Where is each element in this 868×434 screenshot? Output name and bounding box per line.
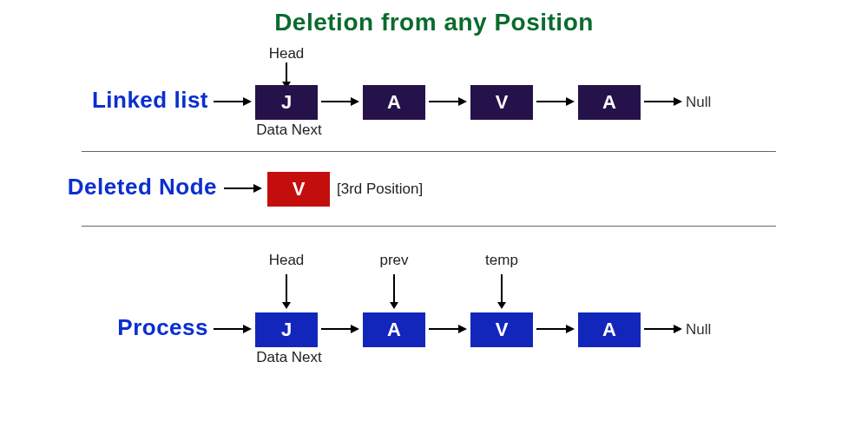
row3-label: Process bbox=[0, 314, 208, 341]
row3-node-1: A bbox=[363, 312, 425, 347]
arrow-right-icon bbox=[536, 321, 575, 337]
row1-head-label: Head bbox=[252, 45, 321, 62]
arrow-right-icon bbox=[214, 94, 252, 109]
row1-terminator: Null bbox=[686, 94, 711, 111]
row2-label: Deleted Node bbox=[0, 174, 217, 201]
svg-marker-13 bbox=[253, 184, 262, 193]
svg-marker-27 bbox=[566, 325, 575, 333]
svg-marker-15 bbox=[282, 302, 291, 309]
row3-node-2: V bbox=[470, 312, 533, 347]
row1-node-1: A bbox=[363, 85, 425, 120]
divider bbox=[82, 151, 776, 152]
arrow-right-icon bbox=[321, 94, 359, 109]
svg-marker-17 bbox=[390, 302, 398, 309]
svg-marker-21 bbox=[243, 325, 252, 333]
arrow-right-icon bbox=[644, 321, 682, 337]
row3-ptr-temp: temp bbox=[467, 252, 536, 269]
svg-marker-25 bbox=[458, 325, 467, 333]
row3-node-3: A bbox=[578, 312, 641, 347]
svg-marker-9 bbox=[566, 97, 575, 106]
arrow-right-icon bbox=[429, 94, 467, 109]
svg-marker-19 bbox=[497, 302, 506, 309]
row2-note: [3rd Position] bbox=[337, 181, 423, 198]
diagram-title: Deletion from any Position bbox=[0, 0, 868, 36]
arrow-down-icon bbox=[495, 274, 509, 309]
arrow-right-icon bbox=[214, 321, 252, 337]
svg-marker-23 bbox=[351, 325, 359, 333]
svg-marker-3 bbox=[243, 97, 252, 106]
row1-label: Linked list bbox=[0, 87, 208, 114]
arrow-right-icon bbox=[644, 94, 682, 109]
row3-terminator: Null bbox=[686, 321, 711, 339]
svg-marker-29 bbox=[674, 325, 682, 333]
row1-under-label: Data Next bbox=[250, 122, 328, 139]
arrow-down-icon bbox=[387, 274, 401, 309]
row3-ptr-prev: prev bbox=[359, 252, 429, 269]
svg-marker-5 bbox=[351, 97, 359, 106]
row1-node-2: V bbox=[470, 85, 533, 120]
svg-marker-11 bbox=[674, 97, 682, 106]
arrow-right-icon bbox=[224, 181, 262, 196]
row1-node-3: A bbox=[578, 85, 641, 120]
row3-node-0: J bbox=[255, 312, 318, 347]
svg-marker-7 bbox=[458, 97, 467, 106]
divider bbox=[82, 226, 776, 227]
arrow-right-icon bbox=[429, 321, 467, 337]
arrow-down-icon bbox=[279, 274, 293, 309]
arrow-right-icon bbox=[321, 321, 359, 337]
row3-ptr-head: Head bbox=[252, 252, 321, 269]
row1-node-0: J bbox=[255, 85, 318, 120]
arrow-right-icon bbox=[536, 94, 575, 109]
row3-under-label: Data Next bbox=[250, 349, 328, 366]
row2-deleted-node: V bbox=[267, 172, 330, 207]
